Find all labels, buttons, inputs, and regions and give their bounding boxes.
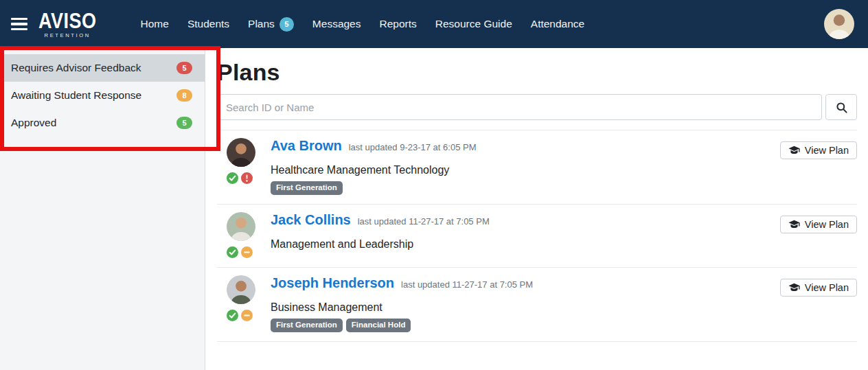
- student-name-link[interactable]: Jack Collins: [271, 212, 351, 228]
- top-navbar: AVISO RETENTION Home Students Plans 5 Me…: [0, 0, 868, 48]
- approved-count-badge: 5: [176, 117, 192, 129]
- student-avatar-photo: [227, 138, 255, 167]
- student-program: Business Management: [271, 301, 780, 314]
- user-avatar-photo: [824, 9, 854, 39]
- student-avatar[interactable]: [227, 275, 255, 304]
- plan-filter-sidebar: Requires Advisor Feedback 5 Awaiting Stu…: [0, 48, 205, 370]
- student-name-link[interactable]: Ava Brown: [271, 138, 342, 154]
- nav-item-plans[interactable]: Plans 5: [248, 17, 294, 32]
- last-updated-text: last updated 9-23-17 at 6:05 PM: [349, 142, 477, 152]
- view-plan-button[interactable]: View Plan: [780, 216, 857, 233]
- plans-count-badge: 5: [279, 17, 294, 32]
- nav-item-reports[interactable]: Reports: [380, 18, 417, 30]
- page-title: Plans: [217, 59, 857, 86]
- brand-name: AVISO: [38, 10, 97, 32]
- awaiting-response-count-badge: 8: [176, 89, 192, 102]
- student-tag: First Generation: [271, 319, 343, 332]
- requires-feedback-count-badge: 5: [176, 62, 192, 74]
- brand-logo[interactable]: AVISO RETENTION: [38, 10, 97, 38]
- student-avatar[interactable]: [227, 212, 255, 241]
- graduation-cap-icon: [788, 146, 800, 155]
- student-program: Healthcare Management Technology: [271, 164, 780, 176]
- student-avatar[interactable]: [227, 138, 255, 167]
- approved-check-icon: [227, 310, 238, 321]
- brand-tagline: RETENTION: [45, 33, 91, 38]
- plan-list: Ava Brown last updated 9-23-17 at 6:05 P…: [217, 130, 857, 342]
- approved-check-icon: [227, 172, 238, 184]
- student-tag: Financial Hold: [346, 319, 411, 332]
- student-tag: First Generation: [271, 181, 343, 195]
- search-button[interactable]: [825, 94, 857, 120]
- plans-page: Plans: [206, 48, 868, 370]
- search-icon: [835, 101, 848, 114]
- nav-item-attendance[interactable]: Attendance: [531, 18, 584, 30]
- alert-exclamation-icon: [241, 172, 253, 184]
- last-updated-text: last updated 11-27-17 at 7:05 PM: [401, 279, 533, 290]
- student-name-link[interactable]: Joseph Henderson: [271, 275, 394, 291]
- student-avatar-photo: [227, 275, 255, 304]
- hamburger-menu-icon[interactable]: [11, 18, 27, 30]
- last-updated-text: last updated 11-27-17 at 7:05 PM: [358, 216, 490, 227]
- user-avatar[interactable]: [824, 9, 854, 39]
- nav-item-resource-guide[interactable]: Resource Guide: [435, 18, 512, 30]
- pending-minus-icon: [241, 246, 253, 258]
- nav-item-home[interactable]: Home: [141, 18, 169, 30]
- plan-row-ava-brown: Ava Brown last updated 9-23-17 at 6:05 P…: [217, 130, 857, 204]
- nav-item-students[interactable]: Students: [187, 18, 229, 30]
- sidebar-item-awaiting-student-response[interactable]: Awaiting Student Response 8: [0, 82, 205, 109]
- pending-minus-icon: [241, 310, 253, 321]
- main-nav: Home Students Plans 5 Messages Reports R…: [141, 17, 585, 32]
- sidebar-item-requires-advisor-feedback[interactable]: Requires Advisor Feedback 5: [0, 54, 205, 82]
- search-bar: [217, 94, 857, 120]
- search-input[interactable]: [217, 94, 822, 120]
- student-avatar-photo: [227, 212, 255, 241]
- graduation-cap-icon: [788, 220, 800, 229]
- plan-row-jack-collins: Jack Collins last updated 11-27-17 at 7:…: [217, 204, 857, 267]
- nav-item-messages[interactable]: Messages: [312, 18, 361, 30]
- student-program: Management and Leadership: [271, 238, 780, 251]
- plan-row-joseph-henderson: Joseph Henderson last updated 11-27-17 a…: [217, 267, 857, 341]
- view-plan-button[interactable]: View Plan: [780, 141, 857, 159]
- sidebar-item-approved[interactable]: Approved 5: [0, 109, 205, 137]
- graduation-cap-icon: [788, 283, 800, 292]
- approved-check-icon: [227, 246, 238, 258]
- view-plan-button[interactable]: View Plan: [780, 279, 857, 297]
